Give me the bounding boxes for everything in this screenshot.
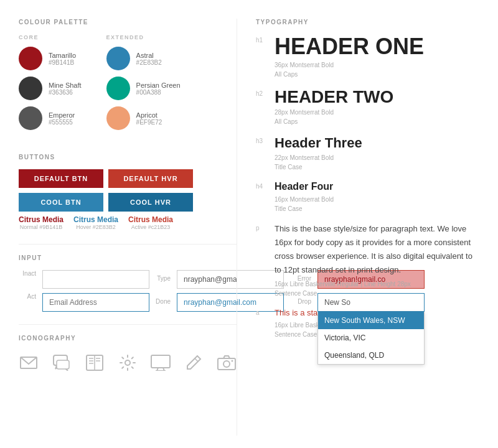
- color-hex-apricot: #EF9E72: [136, 119, 162, 126]
- svg-rect-16: [218, 358, 235, 370]
- h4-meta: 16px Montserrat BoldTitle Case: [275, 195, 479, 213]
- color-hex-astral: #2E83B2: [136, 59, 162, 66]
- h3-text: Header Three: [275, 135, 479, 151]
- a-label: a: [256, 307, 266, 316]
- dropdown-container: New South Wales, NSW Victoria, VIC Queen…: [317, 293, 425, 312]
- link-normal-text[interactable]: Citrus Media: [19, 215, 63, 224]
- h3-label: h3: [256, 135, 266, 144]
- svg-point-10: [125, 360, 130, 365]
- link-active-label: Active #c21B23: [131, 224, 171, 230]
- swatch-apricot: [106, 106, 130, 130]
- svg-rect-11: [151, 355, 170, 368]
- iconography-title: ICONOGRAPHY: [19, 335, 237, 342]
- color-name-persian: Persian Green: [136, 82, 181, 89]
- link-state-active: Citrus Media Active #c21B23: [128, 215, 173, 230]
- svg-rect-2: [57, 360, 69, 369]
- extended-palette: EXTENDED Astral #2E83B2 Persian Green #0…: [106, 34, 181, 136]
- palette-groups: CORE Tamarillo #9B141B Mine Shaft #36363…: [19, 34, 237, 136]
- divider-2: [19, 324, 237, 325]
- h2-meta: 28px Montserrat BoldAll Caps: [275, 108, 479, 126]
- link-active-text[interactable]: Citrus Media: [128, 215, 173, 224]
- buttons-section: BUTTONS DEFAULT BTN DEFAULT HVR COOL BTN…: [19, 154, 237, 230]
- swatch-mineshaft: [19, 77, 42, 100]
- colour-palette-title: COLOUR PALETTE: [19, 19, 237, 26]
- h1-label: h1: [256, 34, 266, 44]
- default-btn[interactable]: DEFAULT BTN: [19, 169, 103, 188]
- typography-title: TYPOGRAPHY: [256, 19, 479, 26]
- extended-label: EXTENDED: [106, 34, 181, 40]
- link-states: Citrus Media Normal #9B141B Citrus Media…: [19, 215, 237, 230]
- type-row-p: p This is the base style/size for paragr…: [256, 222, 479, 298]
- inact-input[interactable]: [42, 270, 149, 289]
- link-hover-text[interactable]: Citrus Media: [73, 215, 118, 224]
- color-name-emperor: Emperor: [49, 111, 75, 119]
- color-name-apricot: Apricot: [136, 111, 162, 119]
- icon-row: [19, 350, 237, 375]
- monitor-icon[interactable]: [150, 350, 171, 375]
- dropdown-option-nsw[interactable]: New South Wales, NSW: [318, 312, 424, 329]
- color-hex-persian: #00A388: [136, 89, 181, 96]
- color-row-tamarillo: Tamarillo #9B141B: [19, 47, 82, 70]
- h4-text: Header Four: [275, 180, 479, 194]
- svg-point-17: [223, 361, 230, 367]
- swatch-astral: [106, 47, 130, 70]
- h1-text: HEADER ONE: [275, 34, 479, 59]
- left-column: COLOUR PALETTE CORE Tamarillo #9B141B: [19, 19, 237, 436]
- color-row-persian: Persian Green #00A388: [106, 77, 181, 100]
- colour-palette-section: COLOUR PALETTE CORE Tamarillo #9B141B: [19, 19, 237, 136]
- color-row-astral: Astral #2E83B2: [106, 47, 181, 70]
- link-hover-label: Hover #2E83B2: [76, 224, 116, 230]
- type-row-h1: h1 HEADER ONE 36px Montserrat BoldAll Ca…: [256, 34, 479, 79]
- link-state-hover: Citrus Media Hover #2E83B2: [73, 215, 118, 230]
- h2-text: HEADER TWO: [275, 88, 479, 107]
- right-column: TYPOGRAPHY h1 HEADER ONE 36px Montserrat…: [237, 19, 479, 436]
- swatch-emperor: [19, 106, 42, 130]
- type-row-h2: h2 HEADER TWO 28px Montserrat BoldAll Ca…: [256, 88, 479, 127]
- link-normal-label: Normal #9B141B: [20, 224, 63, 230]
- svg-line-15: [195, 358, 198, 362]
- camera-icon[interactable]: [216, 350, 237, 375]
- type-row-h3: h3 Header Three 22px Montserrat BoldTitl…: [256, 135, 479, 171]
- color-row-apricot: Apricot #EF9E72: [106, 106, 181, 130]
- default-hover-btn[interactable]: DEFAULT HVR: [108, 169, 193, 188]
- drop-input[interactable]: [317, 293, 425, 312]
- dropdown-option-qld[interactable]: Queensland, QLD: [318, 347, 424, 364]
- h1-meta: 36px Montserrat BoldAll Caps: [275, 60, 479, 79]
- type-label: Type: [153, 270, 173, 282]
- book-icon[interactable]: [85, 350, 105, 375]
- core-label: CORE: [19, 34, 82, 40]
- svg-point-18: [231, 360, 233, 362]
- act-label: Act: [19, 293, 39, 300]
- envelope-icon[interactable]: [19, 350, 39, 375]
- gear-icon[interactable]: [118, 350, 138, 375]
- buttons-title: BUTTONS: [19, 154, 237, 161]
- color-hex-tamarillo: #9B141B: [49, 59, 76, 66]
- inact-label: Inact: [19, 270, 39, 277]
- cool-hover-btn[interactable]: COOL HVR: [108, 193, 193, 212]
- dropdown-option-vic[interactable]: Victoria, VIC: [318, 329, 424, 347]
- pencil-icon[interactable]: [183, 350, 204, 375]
- iconography-section: ICONOGRAPHY: [19, 335, 237, 375]
- color-name-mineshaft: Mine Shaft: [49, 82, 82, 89]
- h3-meta: 22px Montserrat BoldTitle Case: [275, 153, 479, 172]
- h4-label: h4: [256, 180, 266, 190]
- type-row-h4: h4 Header Four 16px Montserrat BoldTitle…: [256, 180, 479, 213]
- divider-1: [19, 244, 237, 245]
- page: COLOUR PALETTE CORE Tamarillo #9B141B: [0, 0, 498, 448]
- color-hex-emperor: #555555: [49, 119, 75, 126]
- button-grid: DEFAULT BTN DEFAULT HVR COOL BTN COOL HV…: [19, 169, 193, 212]
- chat-icon[interactable]: [52, 350, 72, 375]
- core-palette: CORE Tamarillo #9B141B Mine Shaft #36363…: [19, 34, 82, 136]
- input-title: INPUT: [19, 254, 237, 261]
- dropdown-options: New South Wales, NSW Victoria, VIC Queen…: [317, 312, 425, 365]
- color-hex-mineshaft: #363636: [49, 89, 82, 96]
- p-label: p: [256, 222, 266, 231]
- link-state-normal: Citrus Media Normal #9B141B: [19, 215, 63, 230]
- act-input[interactable]: [42, 293, 149, 312]
- color-name-astral: Astral: [136, 52, 162, 59]
- done-label: Done: [153, 293, 173, 305]
- color-row-emperor: Emperor #555555: [19, 106, 82, 130]
- cool-btn[interactable]: COOL BTN: [19, 193, 103, 212]
- p-text: This is the base style/size for paragrap…: [275, 222, 479, 277]
- h2-label: h2: [256, 88, 266, 97]
